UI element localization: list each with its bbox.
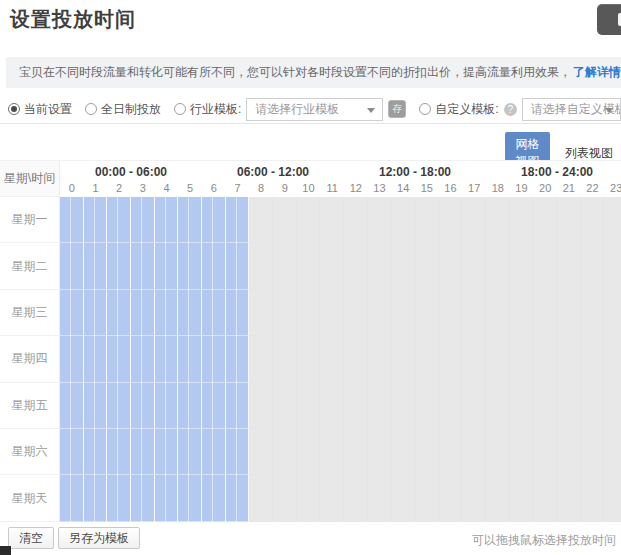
time-cell[interactable] [462, 475, 486, 521]
time-cell[interactable] [510, 475, 534, 521]
time-cell[interactable] [249, 197, 273, 243]
learn-more-link[interactable]: 了解详情 >> [573, 64, 621, 81]
time-cell[interactable] [84, 429, 108, 475]
time-cell[interactable] [604, 290, 621, 336]
time-cell[interactable] [178, 197, 202, 243]
time-cell[interactable] [155, 383, 179, 429]
time-cell[interactable] [510, 383, 534, 429]
time-cell[interactable] [155, 243, 179, 289]
time-cell[interactable] [226, 429, 250, 475]
time-cell[interactable] [486, 383, 510, 429]
time-cell[interactable] [131, 290, 155, 336]
industry-template-select[interactable]: 请选择行业模板 [246, 98, 383, 121]
time-cell[interactable] [533, 475, 557, 521]
time-cell[interactable] [533, 336, 557, 382]
time-cell[interactable] [604, 383, 621, 429]
time-cell[interactable] [439, 197, 463, 243]
time-cell[interactable] [462, 383, 486, 429]
radio-industry-template[interactable]: 行业模板: [174, 101, 241, 118]
time-cell[interactable] [368, 383, 392, 429]
time-cell[interactable] [557, 336, 581, 382]
time-cell[interactable] [60, 336, 84, 382]
time-cell[interactable] [604, 197, 621, 243]
time-cell[interactable] [155, 197, 179, 243]
time-cell[interactable] [557, 197, 581, 243]
time-cell[interactable] [60, 290, 84, 336]
time-cell[interactable] [439, 243, 463, 289]
time-cell[interactable] [368, 429, 392, 475]
time-cell[interactable] [510, 290, 534, 336]
time-cell[interactable] [439, 290, 463, 336]
save-template-icon-button[interactable]: 存 [388, 100, 406, 118]
time-cell[interactable] [344, 290, 368, 336]
time-cell[interactable] [344, 243, 368, 289]
time-cell[interactable] [155, 475, 179, 521]
time-cell[interactable] [178, 336, 202, 382]
time-cell[interactable] [368, 197, 392, 243]
time-cell[interactable] [273, 243, 297, 289]
time-cell[interactable] [155, 429, 179, 475]
time-cell[interactable] [320, 197, 344, 243]
time-cell[interactable] [131, 383, 155, 429]
time-cell[interactable] [249, 475, 273, 521]
time-cell[interactable] [486, 243, 510, 289]
time-cell[interactable] [60, 197, 84, 243]
time-cell[interactable] [107, 429, 131, 475]
radio-current-setting-icon[interactable] [8, 103, 20, 115]
time-cell[interactable] [533, 243, 557, 289]
time-cell[interactable] [415, 243, 439, 289]
time-cell[interactable] [581, 290, 605, 336]
time-cell[interactable] [273, 336, 297, 382]
radio-all-day[interactable]: 全日制投放 [85, 101, 161, 118]
time-cell[interactable] [107, 383, 131, 429]
time-cell[interactable] [202, 475, 226, 521]
time-cell[interactable] [273, 197, 297, 243]
time-cell[interactable] [320, 290, 344, 336]
time-cell[interactable] [107, 336, 131, 382]
help-icon[interactable]: ? [504, 103, 517, 116]
time-cell[interactable] [368, 336, 392, 382]
time-cell[interactable] [368, 243, 392, 289]
time-cell[interactable] [155, 290, 179, 336]
time-cell[interactable] [226, 383, 250, 429]
time-cell[interactable] [439, 429, 463, 475]
time-cell[interactable] [297, 290, 321, 336]
time-cell[interactable] [391, 290, 415, 336]
time-cell[interactable] [249, 290, 273, 336]
save-as-template-button[interactable]: 另存为模板 [58, 527, 140, 549]
time-cell[interactable] [391, 475, 415, 521]
time-cell[interactable] [178, 475, 202, 521]
time-cell[interactable] [249, 429, 273, 475]
time-cell[interactable] [320, 336, 344, 382]
time-cell[interactable] [249, 336, 273, 382]
time-cell[interactable] [320, 383, 344, 429]
time-cell[interactable] [297, 336, 321, 382]
time-cell[interactable] [415, 475, 439, 521]
time-cell[interactable] [178, 429, 202, 475]
time-cell[interactable] [368, 290, 392, 336]
time-cell[interactable] [557, 475, 581, 521]
time-cell[interactable] [462, 197, 486, 243]
time-cell[interactable] [84, 475, 108, 521]
time-cell[interactable] [462, 429, 486, 475]
time-cell[interactable] [415, 429, 439, 475]
time-cell[interactable] [84, 290, 108, 336]
time-cell[interactable] [604, 243, 621, 289]
time-cell[interactable] [415, 383, 439, 429]
time-cell[interactable] [84, 197, 108, 243]
time-cell[interactable] [178, 243, 202, 289]
time-cell[interactable] [178, 290, 202, 336]
time-cell[interactable] [439, 475, 463, 521]
time-cell[interactable] [273, 290, 297, 336]
radio-industry-template-icon[interactable] [174, 103, 186, 115]
time-cell[interactable] [202, 197, 226, 243]
radio-custom-template[interactable]: 自定义模板: [419, 101, 498, 118]
time-cell[interactable] [249, 383, 273, 429]
time-cell[interactable] [557, 243, 581, 289]
time-cell[interactable] [202, 429, 226, 475]
time-cell[interactable] [415, 290, 439, 336]
time-cell[interactable] [273, 475, 297, 521]
time-cell[interactable] [581, 383, 605, 429]
time-cell[interactable] [320, 475, 344, 521]
time-cell[interactable] [344, 336, 368, 382]
